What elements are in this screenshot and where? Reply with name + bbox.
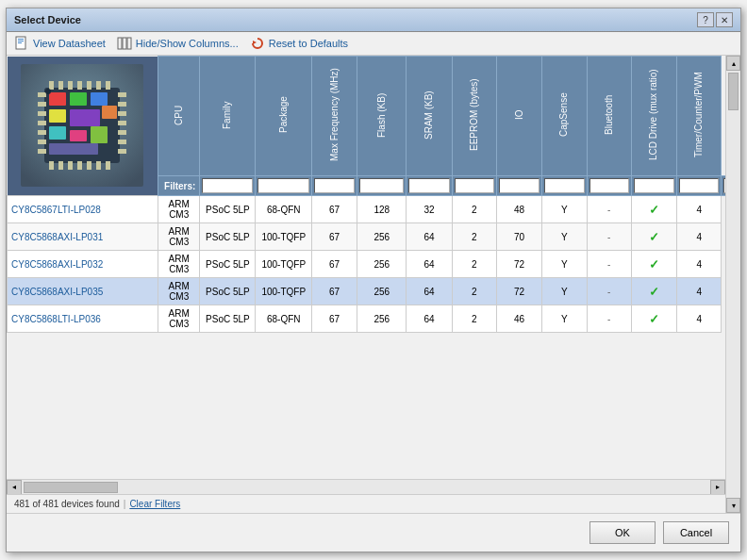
svg-marker-7 [253, 41, 257, 44]
svg-rect-42 [49, 109, 66, 123]
filter-sram[interactable] [452, 176, 496, 196]
filter-flash[interactable] [407, 176, 452, 196]
table-section: CPU Family Package Max Frequency (MHz) F… [7, 56, 725, 513]
svg-rect-12 [68, 81, 73, 90]
col-header-io[interactable]: IO [496, 57, 541, 176]
svg-rect-39 [70, 92, 87, 106]
scroll-down-button[interactable]: ▾ [726, 498, 740, 513]
svg-rect-25 [38, 102, 46, 107]
toolbar: View Datasheet Hide/Show Columns... Rese… [7, 32, 740, 56]
table-row[interactable]: CY8C5868LTI-LP036ARM CM3PSoC 5LP68-QFN67… [8, 305, 726, 333]
svg-rect-24 [38, 92, 46, 97]
svg-rect-11 [58, 81, 63, 90]
svg-rect-13 [77, 81, 82, 90]
filter-lcd[interactable] [676, 176, 721, 196]
horizontal-scrollbar[interactable]: ◂ ▸ [7, 479, 725, 494]
svg-rect-34 [118, 121, 126, 125]
filter-timer[interactable] [722, 176, 725, 196]
col-header-lcd[interactable]: LCD Drive (mux ratio) [631, 57, 676, 176]
col-header-eeprom[interactable]: EEPROM (bytes) [452, 57, 496, 176]
bottom-bar: OK Cancel [7, 513, 740, 552]
svg-rect-30 [38, 149, 46, 154]
svg-rect-31 [118, 92, 126, 97]
filters-label: Filters: [158, 176, 200, 196]
svg-rect-40 [91, 92, 108, 106]
device-table-body: CY8C5867LTI-LP028ARM CM3PSoC 5LP68-QFN67… [8, 196, 726, 333]
svg-rect-15 [96, 81, 101, 90]
col-header-sram[interactable]: SRAM (KB) [407, 57, 452, 176]
svg-rect-2 [18, 41, 24, 41]
svg-rect-45 [70, 130, 87, 141]
reset-defaults-button[interactable]: Reset to Defaults [250, 36, 348, 51]
svg-rect-16 [106, 81, 110, 90]
view-datasheet-label: View Datasheet [33, 38, 106, 49]
datasheet-icon [14, 36, 29, 51]
hide-show-columns-button[interactable]: Hide/Show Columns... [117, 36, 239, 51]
col-header-maxfreq[interactable]: Max Frequency (MHz) [311, 57, 357, 176]
svg-rect-20 [77, 161, 82, 170]
table-row[interactable]: CY8C5868AXI-LP031ARM CM3PSoC 5LP100-TQFP… [8, 223, 726, 251]
svg-rect-26 [38, 111, 46, 116]
col-header-flash[interactable]: Flash (KB) [357, 57, 407, 176]
help-button[interactable]: ? [697, 12, 714, 27]
svg-rect-41 [102, 106, 117, 119]
svg-rect-17 [49, 161, 54, 170]
col-header-family[interactable]: Family [200, 57, 256, 176]
select-device-dialog: Select Device ? ✕ View Datasheet [6, 8, 741, 552]
svg-rect-38 [49, 92, 66, 106]
cancel-button[interactable]: Cancel [663, 521, 729, 544]
svg-rect-19 [68, 161, 73, 170]
reset-icon [250, 36, 265, 51]
chip-image-cell [8, 57, 158, 196]
clear-filters-button[interactable]: Clear Filters [129, 499, 180, 509]
device-table: CPU Family Package Max Frequency (MHz) F… [7, 56, 725, 333]
svg-rect-32 [118, 102, 126, 107]
filter-package-type[interactable] [256, 176, 312, 196]
header-row: CPU Family Package Max Frequency (MHz) F… [8, 57, 726, 176]
filter-io[interactable] [542, 176, 587, 196]
col-header-capsense[interactable]: CapSense [542, 57, 587, 176]
device-count: 481 of 481 devices found [14, 499, 120, 509]
scroll-left-button[interactable]: ◂ [7, 480, 22, 495]
table-row[interactable]: CY8C5867LTI-LP028ARM CM3PSoC 5LP68-QFN67… [8, 196, 726, 223]
filter-family[interactable] [200, 176, 256, 196]
svg-rect-43 [70, 109, 100, 126]
scroll-up-button[interactable]: ▴ [726, 56, 740, 71]
table-row[interactable]: CY8C5868AXI-LP032ARM CM3PSoC 5LP100-TQFP… [8, 251, 726, 278]
filter-bluetooth[interactable] [631, 176, 676, 196]
columns-icon [117, 36, 132, 51]
svg-rect-36 [118, 140, 126, 144]
col-header-timer[interactable]: Timer/Counter/PWM [676, 57, 721, 176]
ok-button[interactable]: OK [589, 521, 656, 544]
horizontal-scroll-thumb[interactable] [24, 482, 118, 493]
close-button[interactable]: ✕ [716, 12, 733, 27]
table-container[interactable]: CPU Family Package Max Frequency (MHz) F… [7, 56, 725, 479]
vertical-scrollbar[interactable]: ▴ ▾ [725, 56, 740, 513]
svg-rect-6 [127, 38, 131, 49]
col-header-cpu[interactable]: CPU [158, 57, 200, 176]
filter-maxfreq[interactable] [357, 176, 407, 196]
filter-package[interactable] [311, 176, 357, 196]
svg-rect-3 [18, 42, 22, 43]
reset-defaults-label: Reset to Defaults [269, 38, 348, 49]
svg-rect-29 [38, 140, 46, 144]
filter-eeprom[interactable] [496, 176, 541, 196]
col-header-package[interactable]: Package [256, 57, 312, 176]
separator: | [124, 499, 126, 509]
svg-rect-47 [49, 143, 98, 155]
col-header-bluetooth[interactable]: Bluetooth [587, 57, 631, 176]
svg-rect-35 [118, 130, 126, 135]
content-area: CPU Family Package Max Frequency (MHz) F… [7, 56, 740, 513]
vertical-scroll-thumb[interactable] [728, 73, 739, 110]
svg-rect-27 [38, 121, 46, 125]
svg-rect-22 [96, 161, 101, 170]
status-bar: 481 of 481 devices found | Clear Filters [7, 494, 725, 513]
svg-point-48 [45, 89, 51, 94]
filter-capsense[interactable] [587, 176, 631, 196]
table-row[interactable]: CY8C5868AXI-LP035ARM CM3PSoC 5LP100-TQFP… [8, 278, 726, 305]
svg-rect-46 [91, 126, 108, 143]
dialog-title: Select Device [14, 14, 81, 25]
scroll-right-button[interactable]: ▸ [710, 480, 725, 495]
view-datasheet-button[interactable]: View Datasheet [14, 36, 106, 51]
svg-rect-10 [49, 81, 54, 90]
